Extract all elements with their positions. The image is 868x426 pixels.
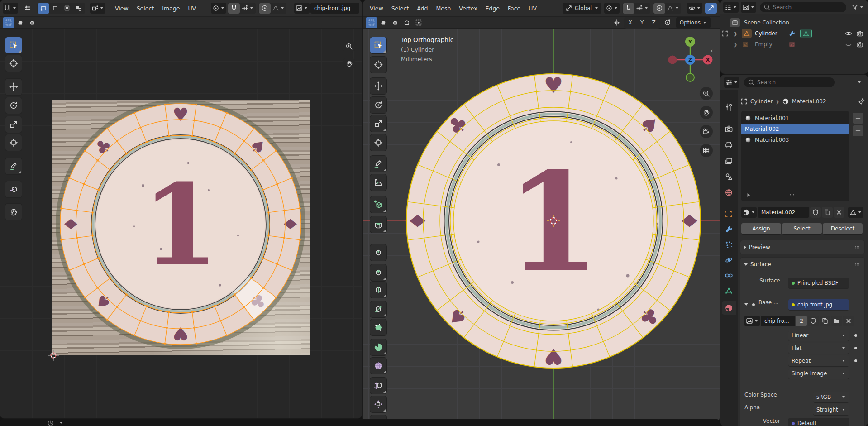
vp-add-menu[interactable]: Add [413,4,432,13]
surface-panel-header[interactable]: Surface [740,258,864,271]
uv-image-name[interactable]: chip-front.jpg [310,3,359,14]
uv-select-mode-vertex[interactable] [38,3,49,14]
viewport-canvas[interactable]: ♥♠♦♣♥♠♦♣1 Top Orthographic (1) Cylinder … [363,29,720,422]
properties-editor-type-button[interactable] [724,77,739,88]
collapsed-editor-type-button[interactable] [47,420,54,426]
outliner-row-empty[interactable]: ❯ Empty [720,39,868,50]
uv-sticky-select-dropdown[interactable] [90,3,105,14]
add-cube-tool[interactable] [370,196,386,213]
vp-uv-menu[interactable]: UV [525,4,541,13]
rotate-tool[interactable] [370,97,386,113]
world-tab[interactable] [722,186,736,199]
uv-proportional-toggle[interactable] [259,3,271,14]
mirror-x-toggle[interactable]: X [625,18,636,28]
scale-tool[interactable] [370,115,386,132]
breadcrumb-object[interactable]: Cylinder [750,98,773,105]
output-tab[interactable] [722,138,736,152]
uv-image-menu[interactable]: Image [158,4,184,13]
sidebar-collapse-arrow[interactable]: ‹ [711,47,713,54]
image-browse-button[interactable] [744,316,760,326]
uv-uv-menu[interactable]: UV [184,4,200,13]
edge-slide-tool[interactable] [370,378,386,394]
material-slot-material.002[interactable]: Material.002 [741,124,849,134]
mesh-data-icon[interactable] [800,29,812,38]
keyframe-dot[interactable] [854,334,857,337]
uv-zoom-button[interactable] [343,40,356,53]
rotate-tool[interactable] [5,97,22,114]
mirror-icon-button[interactable] [611,17,623,28]
annotate-tool[interactable] [5,158,22,174]
vp-zoom-button[interactable] [700,87,713,100]
hide-eye-icon[interactable] [845,30,852,37]
fake-user-shield-button[interactable] [810,207,821,218]
render-tab[interactable] [722,122,736,135]
disable-render-camera-icon[interactable] [856,41,863,48]
overlays-dropdown[interactable] [687,3,702,14]
uv-image-browse-button[interactable] [294,3,310,14]
options-dropdown[interactable]: Options [676,17,711,28]
object-tab[interactable] [722,207,736,220]
annotate-tool[interactable] [370,156,386,172]
material-tab[interactable] [722,301,736,315]
uv-falloff-dropdown[interactable] [271,3,286,14]
vp-edge-menu[interactable]: Edge [482,4,504,13]
select-box-tool[interactable] [370,37,386,53]
keyframe-dot[interactable] [854,359,857,362]
snap-base-dropdown[interactable] [662,17,673,28]
vp-camera-view-button[interactable] [700,125,713,138]
bevel-tool[interactable] [370,264,386,281]
loop-cut-tool[interactable] [370,282,386,298]
uv-select-mode-edge[interactable] [49,3,61,14]
add-slot-button[interactable] [853,113,863,124]
image-open-folder-button[interactable] [831,316,842,326]
outliner-search[interactable] [760,2,846,12]
image-fake-user-button[interactable] [808,316,819,326]
preview-panel-header[interactable]: Preview [740,240,864,254]
uv-sync-toggle[interactable] [22,3,33,14]
orientation-dropdown[interactable]: Global [563,3,601,14]
repeat-dropdown[interactable]: Repeat [788,355,849,366]
modifier-wrench-icon[interactable] [788,30,796,37]
select-button[interactable]: Select [782,223,822,234]
panel-grip[interactable] [854,261,861,268]
select-set-new[interactable] [366,17,377,28]
transform-tool[interactable] [5,134,22,151]
move-tool[interactable] [370,78,386,94]
rip-region-tool[interactable] [5,181,22,197]
snap-toggle[interactable] [623,3,634,14]
uv-view-menu[interactable]: View [111,4,133,13]
material-slot-material.001[interactable]: Material.001 [741,113,849,124]
select-set-invert[interactable] [401,17,413,28]
uv-2d-cursor[interactable] [47,349,60,362]
material-name-field[interactable]: Material.002 [758,207,809,218]
move-tool[interactable] [5,79,22,95]
transform-tool[interactable] [370,134,386,151]
unlink-material-button[interactable] [834,207,844,218]
base-color-image-button[interactable]: chip-front.jpg [788,299,849,310]
material-slot-material.003[interactable]: Material.003 [741,134,849,145]
mirror-y-toggle[interactable]: Y [636,18,648,28]
slot-list-expand-icon[interactable] [745,191,752,199]
proportional-toggle[interactable] [653,3,665,14]
cursor-tool[interactable] [5,55,22,72]
uv-snap-with-dropdown[interactable] [240,3,255,14]
deselect-button[interactable]: Deselect [823,223,863,234]
image-users-count[interactable]: 2 [796,316,807,326]
flat-dropdown[interactable]: Flat [788,343,849,354]
assign-button[interactable]: Assign [741,223,781,234]
uv-select-mode-face[interactable] [61,3,73,14]
scene-collection-row[interactable]: Scene Collection [720,17,868,28]
select-set-extend[interactable] [377,17,389,28]
falloff-dropdown[interactable] [665,3,681,14]
surface-shader-button[interactable]: Principled BSDF [788,278,849,288]
breadcrumb-material[interactable]: Material.002 [792,98,826,105]
poly-build-tool[interactable] [370,319,386,335]
uv-select-menu[interactable]: Select [133,4,158,13]
pivot-point-dropdown[interactable] [604,3,620,14]
smooth-tool[interactable] [370,358,386,374]
outliner-search-input[interactable] [773,4,843,10]
outliner-filter-button[interactable] [850,2,865,13]
copy-material-button[interactable] [822,207,833,218]
extrude-region-tool[interactable] [370,216,386,233]
knife-tool[interactable] [370,301,386,317]
